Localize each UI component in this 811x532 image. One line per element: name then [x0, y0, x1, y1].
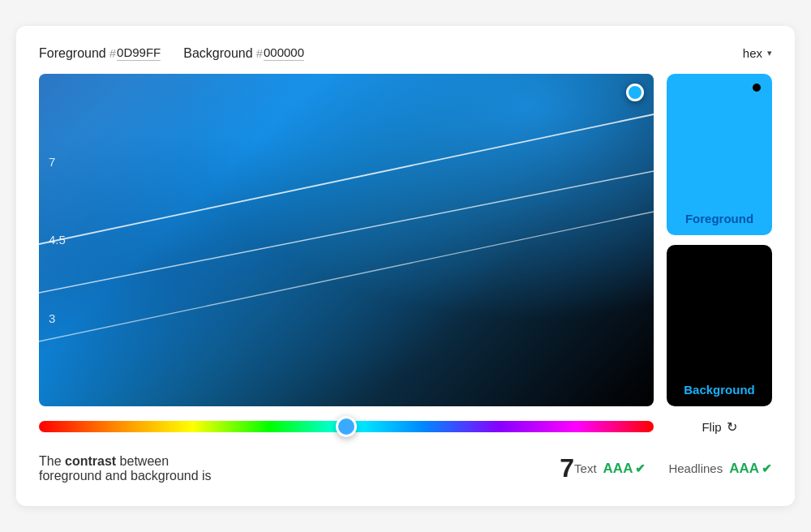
level-45-label: 4.5: [49, 233, 66, 247]
main-area: 7 4.5 3 Foreground Background: [39, 74, 772, 406]
canvas-handle[interactable]: [626, 84, 644, 101]
background-section: Background # 000000: [183, 45, 304, 61]
flip-label: Flip: [702, 420, 721, 434]
headlines-check-icon: ✔: [762, 461, 772, 476]
format-label: hex: [743, 46, 762, 60]
background-hash: #: [256, 46, 263, 60]
contrast-lines-svg: [39, 74, 654, 406]
foreground-swatch-label: Foreground: [685, 212, 753, 225]
chevron-down-icon: ▾: [767, 48, 772, 58]
contrast-number: 7: [560, 453, 574, 483]
foreground-value[interactable]: 0D99FF: [117, 45, 161, 61]
text-rating-item: Text AAA ✔: [574, 461, 646, 477]
main-container: Foreground # 0D99FF Background # 000000 …: [16, 26, 795, 506]
level-3-label: 3: [49, 311, 66, 325]
svg-line-1: [39, 171, 654, 293]
svg-line-0: [39, 114, 654, 244]
foreground-hash: #: [109, 46, 116, 60]
info-row: The contrast betweenforeground and backg…: [39, 453, 772, 483]
flip-button[interactable]: Flip ↻: [667, 419, 772, 435]
gradient-canvas: 7 4.5 3: [39, 74, 654, 406]
contrast-description: The contrast betweenforeground and backg…: [39, 453, 574, 483]
text-rating-badge: AAA ✔: [603, 461, 646, 477]
background-swatch-label: Background: [684, 383, 755, 397]
background-swatch[interactable]: Background: [667, 245, 772, 406]
hue-track: [39, 421, 654, 432]
headlines-rating-badge: AAA ✔: [729, 461, 772, 477]
level-labels: 7 4.5 3: [49, 74, 66, 406]
svg-line-2: [39, 212, 654, 341]
headlines-rating-label: Headlines: [668, 461, 723, 475]
text-rating-label: Text: [574, 461, 597, 475]
hue-thumb[interactable]: [336, 416, 357, 437]
format-select[interactable]: hex ▾: [743, 46, 772, 60]
header-row: Foreground # 0D99FF Background # 000000 …: [39, 45, 772, 61]
text-rating-value: AAA: [603, 461, 633, 477]
swatches-panel: Foreground Background: [667, 74, 772, 406]
background-label: Background: [183, 46, 252, 61]
headlines-rating-item: Headlines AAA ✔: [668, 461, 772, 477]
contrast-bold: contrast: [65, 454, 116, 468]
text-check-icon: ✔: [635, 461, 646, 476]
foreground-section: Foreground # 0D99FF: [39, 45, 161, 61]
foreground-label: Foreground: [39, 46, 106, 61]
background-value[interactable]: 000000: [264, 45, 304, 61]
swatch-dot: [753, 84, 761, 92]
slider-row: Flip ↻: [39, 418, 772, 435]
hue-slider-wrapper[interactable]: [39, 418, 654, 435]
foreground-swatch[interactable]: Foreground: [667, 74, 772, 235]
gradient-canvas-wrapper[interactable]: 7 4.5 3: [39, 74, 654, 406]
contrast-text: The contrast betweenforeground and backg…: [39, 454, 550, 483]
ratings-panel: Text AAA ✔ Headlines AAA ✔: [574, 461, 772, 477]
flip-icon: ↻: [727, 419, 737, 435]
headlines-rating-value: AAA: [729, 461, 759, 477]
level-7-label: 7: [49, 155, 66, 169]
